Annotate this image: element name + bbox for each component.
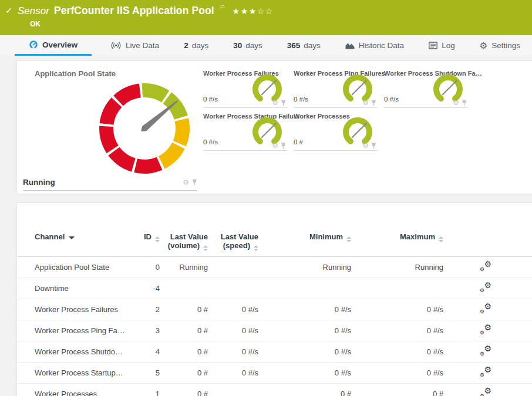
- gear-icon[interactable]: ⚙: [453, 99, 459, 106]
- cell-min: 0 #/s: [261, 341, 353, 363]
- tab-settings[interactable]: ⚙ Settings: [474, 35, 526, 56]
- pin-icon[interactable]: [281, 143, 286, 149]
- pin-icon[interactable]: [371, 100, 376, 106]
- check-icon: ✓: [5, 5, 13, 16]
- cell-channel: Worker Processes: [17, 384, 132, 396]
- table-row: Worker Process Failures20 #0 #/s0 #/s0 #…: [17, 299, 532, 320]
- area-chart-icon: [345, 42, 355, 49]
- channel-settings-icon[interactable]: ⚙⚙: [480, 325, 491, 335]
- table-row: Worker Processes10 #0 #0 #⚙⚙: [17, 384, 532, 396]
- priority-stars[interactable]: ★★★☆☆: [233, 6, 274, 16]
- cell-max: 0 #/s: [353, 320, 446, 341]
- cell-channel: Worker Process Ping Fa…: [17, 320, 132, 341]
- channel-settings-icon[interactable]: ⚙⚙: [480, 367, 491, 377]
- cell-volume: 0 #: [162, 363, 210, 384]
- cell-speed: 0 #/s: [210, 299, 261, 320]
- mini-gauge-cell: Worker Process Startup Failu… 0 #/s ⚙: [203, 108, 294, 151]
- gear-icon[interactable]: ⚙: [183, 179, 189, 186]
- tab-365-days[interactable]: 365 days: [281, 35, 326, 56]
- tab-log[interactable]: Log: [423, 35, 461, 56]
- table-row: Worker Process Shutdo…40 #0 #/s0 #/s0 #/…: [17, 341, 532, 363]
- table-row: Worker Process Startup…50 #0 #/s0 #/s0 #…: [17, 363, 532, 384]
- mini-gauge-cell: Worker Process Ping Failures 0 #/s ⚙: [294, 65, 384, 108]
- mini-gauge-cell: Worker Process Shutdown Fa… 0 #/s ⚙: [384, 65, 474, 108]
- mini-gauge-value: 0 #/s: [294, 96, 308, 103]
- col-header-minimum[interactable]: Minimum: [261, 225, 353, 257]
- cell-speed: 0 #/s: [210, 320, 261, 341]
- cell-settings: ⚙⚙: [446, 257, 532, 278]
- channel-settings-icon[interactable]: ⚙⚙: [480, 346, 491, 356]
- cell-min: 0 #/s: [261, 320, 353, 341]
- cell-speed: 0 #/s: [210, 363, 261, 384]
- cell-channel: Worker Process Failures: [17, 299, 132, 320]
- live-data-icon: [110, 42, 122, 49]
- cell-id: 5: [132, 363, 162, 384]
- channel-table-panel: Channel ID Last Value (volume) Last Valu…: [16, 202, 532, 396]
- pin-icon[interactable]: [192, 179, 197, 185]
- cell-volume: 0 #: [162, 384, 210, 396]
- channel-settings-icon[interactable]: ⚙⚙: [480, 304, 491, 314]
- status-badge: OK: [30, 20, 532, 28]
- cell-min: Running: [261, 257, 353, 278]
- col-header-id[interactable]: ID: [132, 225, 162, 257]
- gauge-panel-title: Application Pool State: [35, 69, 116, 78]
- channel-settings-icon[interactable]: ⚙⚙: [480, 262, 491, 272]
- application-pool-state-gauge: [95, 79, 194, 178]
- mini-gauge-cell: Worker Process Failures 0 #/s ⚙: [203, 65, 294, 108]
- cell-volume: Running: [162, 257, 210, 278]
- cell-max: 0 #: [353, 384, 446, 396]
- gauge-panel: Application Pool State Running ⚙ Worker …: [16, 60, 532, 194]
- channel-settings-icon[interactable]: ⚙⚙: [480, 388, 491, 396]
- cell-speed: 0 #/s: [210, 341, 261, 363]
- cell-volume: 0 #: [162, 320, 210, 341]
- cell-max: Running: [353, 257, 446, 278]
- cell-id: 4: [132, 341, 162, 363]
- col-header-last-value-volume[interactable]: Last Value (volume): [162, 225, 210, 257]
- sensor-header: ✓ Sensor PerfCounter IIS Application Poo…: [0, 0, 532, 35]
- cell-id: 3: [132, 320, 162, 341]
- cell-max: [353, 278, 446, 299]
- cell-settings: ⚙⚙: [446, 363, 532, 384]
- cell-settings: ⚙⚙: [446, 299, 532, 320]
- tab-bar: Overview Live Data 2 days 30 days 365 da…: [0, 35, 532, 56]
- cell-settings: ⚙⚙: [446, 341, 532, 363]
- sort-icon: [254, 245, 258, 251]
- gear-icon[interactable]: ⚙: [272, 99, 278, 106]
- tab-2-days[interactable]: 2 days: [178, 35, 214, 56]
- cell-min: 0 #/s: [261, 363, 353, 384]
- channel-table-body: Application Pool State0RunningRunningRun…: [17, 257, 532, 396]
- pin-icon[interactable]: [281, 100, 286, 106]
- table-row: Downtime-4⚙⚙: [17, 278, 532, 299]
- gauge-status-label: Running: [23, 178, 55, 187]
- cell-min: [261, 278, 353, 299]
- cell-speed: [210, 278, 261, 299]
- channel-settings-icon[interactable]: ⚙⚙: [480, 283, 491, 293]
- cell-min: 0 #: [261, 384, 353, 396]
- sort-icon: [346, 236, 351, 242]
- tab-30-days[interactable]: 30 days: [227, 35, 268, 56]
- col-header-maximum[interactable]: Maximum: [353, 225, 446, 257]
- pin-icon[interactable]: [371, 143, 376, 149]
- gear-icon[interactable]: ⚙: [272, 142, 278, 149]
- cell-id: 1: [132, 384, 162, 396]
- cell-speed: [210, 384, 261, 396]
- cell-channel: Worker Process Startup…: [17, 363, 132, 384]
- col-header-channel[interactable]: Channel: [17, 225, 132, 257]
- gear-icon: ⚙: [480, 41, 487, 50]
- tab-historic-data[interactable]: Historic Data: [339, 35, 410, 56]
- tab-live-data[interactable]: Live Data: [105, 35, 165, 56]
- col-header-last-value-speed[interactable]: Last Value (speed): [210, 225, 261, 257]
- cell-id: -4: [132, 278, 162, 299]
- gear-icon[interactable]: ⚙: [362, 142, 369, 149]
- cell-min: 0 #/s: [261, 299, 353, 320]
- tab-overview[interactable]: Overview: [15, 35, 92, 56]
- flag-icon[interactable]: ⚐: [220, 4, 225, 11]
- cell-channel: Downtime: [17, 278, 132, 299]
- gear-icon[interactable]: ⚙: [362, 99, 369, 106]
- gauge-status-row: Running ⚙: [23, 178, 197, 191]
- cell-speed: [210, 257, 261, 278]
- sort-icon: [439, 236, 443, 242]
- cell-channel: Application Pool State: [17, 257, 132, 278]
- pin-icon[interactable]: [462, 100, 467, 106]
- sensor-kind-label: Sensor: [18, 5, 49, 17]
